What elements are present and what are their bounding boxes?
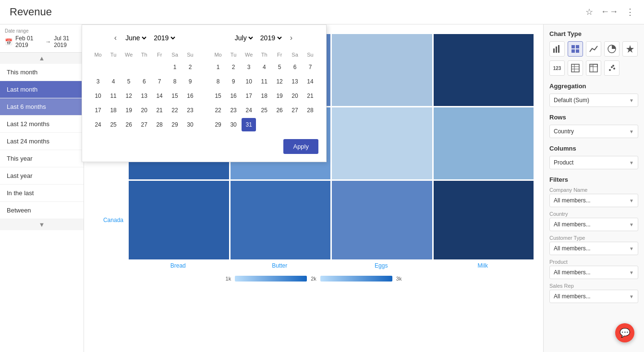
rows-dropdown[interactable]: Country ▼ bbox=[549, 125, 638, 138]
calendar-day[interactable]: 11 bbox=[106, 89, 121, 103]
calendar-day[interactable]: 9 bbox=[226, 75, 241, 88]
pie-chart-icon[interactable] bbox=[604, 41, 620, 57]
calendar-day[interactable]: 24 bbox=[91, 118, 105, 131]
calendar-day[interactable]: 13 bbox=[288, 75, 302, 88]
filter-company-name-dropdown[interactable]: All members... ▼ bbox=[549, 194, 638, 207]
scroll-up-button[interactable]: ▲ bbox=[0, 53, 84, 64]
date-menu-last-24-months[interactable]: Last 24 months bbox=[0, 133, 84, 150]
share-icon[interactable]: ←→ bbox=[601, 7, 618, 17]
calendar-day[interactable]: 15 bbox=[168, 89, 182, 103]
calendar-day[interactable]: 20 bbox=[288, 89, 302, 103]
date-menu-in-the-last[interactable]: In the last bbox=[0, 185, 84, 202]
june-month-select[interactable]: June bbox=[123, 34, 148, 42]
calendar-day[interactable]: 12 bbox=[272, 75, 287, 88]
calendar-day[interactable]: 6 bbox=[137, 75, 151, 88]
calendar-day[interactable]: 3 bbox=[242, 60, 256, 74]
calendar-day[interactable]: 5 bbox=[272, 60, 287, 74]
calendar-day[interactable]: 21 bbox=[152, 104, 167, 117]
calendar-day[interactable]: 21 bbox=[303, 89, 317, 103]
scroll-down-button[interactable]: ▼ bbox=[0, 219, 84, 230]
filter-country-dropdown[interactable]: All members... ▼ bbox=[549, 218, 638, 231]
calendar-day[interactable]: 1 bbox=[211, 60, 225, 74]
line-chart-icon[interactable] bbox=[586, 41, 601, 57]
calendar-day[interactable]: 12 bbox=[122, 89, 136, 103]
table-chart-icon[interactable] bbox=[568, 60, 583, 76]
calendar-day[interactable]: 29 bbox=[168, 118, 182, 131]
calendar-day[interactable]: 5 bbox=[122, 75, 136, 88]
calendar-day[interactable]: 22 bbox=[168, 104, 182, 117]
calendar-day[interactable]: 28 bbox=[303, 104, 317, 117]
july-month-select[interactable]: July bbox=[233, 34, 255, 42]
date-menu-last-year[interactable]: Last year bbox=[0, 167, 84, 185]
calendar-day[interactable]: 30 bbox=[226, 118, 241, 131]
calendar-day[interactable]: 29 bbox=[211, 118, 225, 131]
columns-dropdown[interactable]: Product ▼ bbox=[549, 156, 638, 169]
calendar-day[interactable]: 6 bbox=[288, 60, 302, 74]
grid-chart-icon[interactable] bbox=[568, 41, 583, 57]
date-menu-last-month[interactable]: Last month bbox=[0, 81, 84, 98]
calendar-day[interactable]: 23 bbox=[226, 104, 241, 117]
apply-button[interactable]: Apply bbox=[283, 139, 318, 154]
number-chart-icon[interactable]: 123 bbox=[549, 60, 565, 76]
date-menu-last-6-months[interactable]: Last 6 months bbox=[0, 98, 84, 116]
calendar-day[interactable]: 7 bbox=[303, 60, 317, 74]
date-menu-between[interactable]: Between bbox=[0, 202, 84, 219]
calendar-day[interactable]: 19 bbox=[122, 104, 136, 117]
calendar-day[interactable]: 18 bbox=[257, 89, 271, 103]
calendar-day[interactable]: 27 bbox=[137, 118, 151, 131]
filter-product-dropdown[interactable]: All members... ▼ bbox=[549, 266, 638, 279]
calendar-day[interactable]: 2 bbox=[226, 60, 241, 74]
calendar-day[interactable]: 22 bbox=[211, 104, 225, 117]
calendar-day[interactable]: 17 bbox=[91, 104, 105, 117]
calendar-day[interactable]: 8 bbox=[211, 75, 225, 88]
calendar-day[interactable]: 3 bbox=[91, 75, 105, 88]
calendar-day[interactable]: 26 bbox=[272, 104, 287, 117]
june-year-select[interactable]: 2019 bbox=[152, 34, 177, 42]
calendar-day[interactable]: 15 bbox=[211, 89, 225, 103]
calendar-day[interactable]: 11 bbox=[257, 75, 271, 88]
next-month-button[interactable]: › bbox=[287, 33, 295, 43]
calendar-day[interactable]: 8 bbox=[168, 75, 182, 88]
bar-chart-icon[interactable] bbox=[549, 41, 565, 57]
calendar-day[interactable]: 13 bbox=[137, 89, 151, 103]
date-range-bar[interactable]: Date range 📅 Feb 01 2019 → Jul 31 2019 bbox=[0, 24, 84, 53]
calendar-day[interactable]: 24 bbox=[242, 104, 256, 117]
calendar-day[interactable]: 16 bbox=[183, 89, 197, 103]
date-menu-last-12-months[interactable]: Last 12 months bbox=[0, 116, 84, 133]
filter-sales-rep-dropdown[interactable]: All members... ▼ bbox=[549, 290, 638, 303]
date-menu-this-month[interactable]: This month bbox=[0, 64, 84, 81]
calendar-day[interactable]: 1 bbox=[168, 60, 182, 74]
star-icon[interactable]: ☆ bbox=[585, 7, 593, 17]
star-chart-icon[interactable] bbox=[622, 41, 638, 57]
calendar-day[interactable]: 4 bbox=[106, 75, 121, 88]
calendar-day[interactable]: 18 bbox=[106, 104, 121, 117]
calendar-day[interactable]: 25 bbox=[257, 104, 271, 117]
calendar-day[interactable]: 9 bbox=[183, 75, 197, 88]
calendar-day[interactable]: 4 bbox=[257, 60, 271, 74]
aggregation-dropdown[interactable]: Default (Sum) ▼ bbox=[549, 94, 638, 107]
chat-button[interactable]: 💬 bbox=[615, 323, 634, 342]
calendar-day[interactable]: 20 bbox=[137, 104, 151, 117]
calendar-day[interactable]: 27 bbox=[288, 104, 302, 117]
pivot-chart-icon[interactable] bbox=[586, 60, 601, 76]
prev-month-button[interactable]: ‹ bbox=[111, 33, 120, 43]
calendar-day[interactable]: 17 bbox=[242, 89, 256, 103]
calendar-day[interactable]: 7 bbox=[152, 75, 167, 88]
calendar-day[interactable]: 10 bbox=[91, 89, 105, 103]
calendar-day[interactable]: 10 bbox=[242, 75, 256, 88]
calendar-day[interactable]: 19 bbox=[272, 89, 287, 103]
calendar-day[interactable]: 14 bbox=[152, 89, 167, 103]
calendar-day[interactable]: 16 bbox=[226, 89, 241, 103]
filter-customer-type-dropdown[interactable]: All members... ▼ bbox=[549, 242, 638, 255]
date-menu-this-year[interactable]: This year bbox=[0, 150, 84, 167]
calendar-day[interactable]: 2 bbox=[183, 60, 197, 74]
calendar-day[interactable]: 14 bbox=[303, 75, 317, 88]
july-year-select[interactable]: 2019 bbox=[258, 34, 283, 42]
more-icon[interactable]: ⋮ bbox=[626, 7, 634, 17]
calendar-day[interactable]: 23 bbox=[183, 104, 197, 117]
calendar-day[interactable]: 31 bbox=[242, 118, 256, 131]
calendar-day[interactable]: 25 bbox=[106, 118, 121, 131]
calendar-day[interactable]: 30 bbox=[183, 118, 197, 131]
calendar-day[interactable]: 28 bbox=[152, 118, 167, 131]
scatter-chart-icon[interactable] bbox=[604, 60, 620, 76]
